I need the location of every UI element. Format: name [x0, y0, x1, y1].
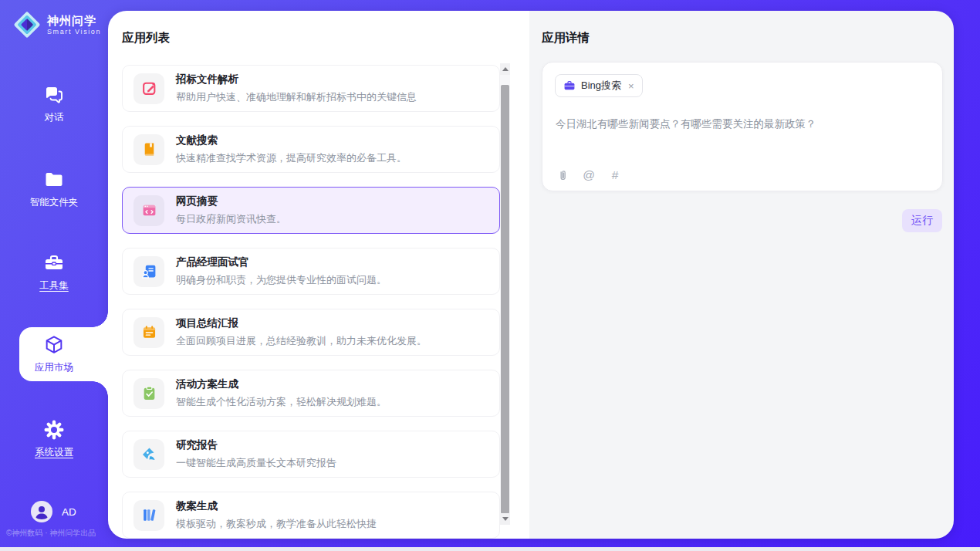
- arrow-up-icon: [502, 67, 509, 71]
- app-description: 快速精准查找学术资源，提高研究效率的必备工具。: [176, 151, 407, 165]
- window-bottom-edge: [0, 547, 980, 551]
- edit-document-icon: [133, 73, 164, 104]
- list-item[interactable]: 研究报告一键智能生成高质量长文本研究报告: [122, 431, 500, 478]
- close-icon[interactable]: ×: [628, 80, 634, 92]
- app-name: 研究报告: [176, 438, 336, 452]
- list-item-text: 研究报告一键智能生成高质量长文本研究报告: [176, 438, 336, 470]
- user-name: AD: [62, 506, 76, 518]
- app-list-title: 应用列表: [122, 30, 170, 46]
- app-name: 项目总结汇报: [176, 316, 427, 330]
- app-description: 模板驱动，教案秒成，教学准备从此轻松快捷: [176, 517, 377, 531]
- book-icon: [133, 134, 164, 165]
- sidebar-item-label: 智能文件夹: [30, 196, 79, 209]
- app-description: 智能生成个性化活动方案，轻松解决规划难题。: [176, 395, 387, 409]
- app-list: 招标文件解析帮助用户快速、准确地理解和解析招标书中的关键信息文献搜索快速精准查找…: [122, 65, 500, 539]
- sidebar-item-label: 工具集: [39, 279, 69, 292]
- sidebar-item-app-market[interactable]: 应用市场: [0, 321, 108, 387]
- list-item[interactable]: 招标文件解析帮助用户快速、准确地理解和解析招标书中的关键信息: [122, 65, 500, 112]
- app-name: 教案生成: [176, 499, 377, 513]
- query-input[interactable]: 今日湖北有哪些新闻要点？有哪些需要关注的最新政策？: [556, 117, 930, 132]
- list-item[interactable]: 产品经理面试官明确身份和职责，为您提供专业性的面试问题。: [122, 248, 500, 295]
- tool-tag-label: Bing搜索: [581, 79, 621, 93]
- calendar-icon: [133, 317, 164, 348]
- interview-icon: [133, 256, 164, 287]
- list-item[interactable]: 活动方案生成智能生成个性化活动方案，轻松解决规划难题。: [122, 370, 500, 417]
- arrow-down-icon: [502, 517, 509, 521]
- app-name: 招标文件解析: [176, 73, 417, 86]
- avatar: [31, 501, 52, 522]
- app-name: 网页摘要: [176, 194, 286, 208]
- app-description: 明确身份和职责，为您提供专业性的面试问题。: [176, 273, 387, 287]
- list-item[interactable]: 教案生成模板驱动，教案秒成，教学准备从此轻松快捷: [122, 492, 500, 539]
- list-item-text: 活动方案生成智能生成个性化活动方案，轻松解决规划难题。: [176, 377, 387, 409]
- list-item[interactable]: 项目总结汇报全面回顾项目进展，总结经验教训，助力未来优化发展。: [122, 309, 500, 356]
- cube-icon: [43, 334, 65, 356]
- browser-icon: [133, 195, 164, 226]
- list-item[interactable]: 文献搜索快速精准查找学术资源，提高研究效率的必备工具。: [122, 126, 500, 173]
- sidebar-item-chat[interactable]: 对话: [0, 71, 108, 137]
- sidebar-nav: 对话智能文件夹工具集应用市场系统设置: [0, 0, 108, 551]
- toolbox-icon: [43, 252, 65, 274]
- list-item-text: 项目总结汇报全面回顾项目进展，总结经验教训，助力未来优化发展。: [176, 316, 427, 348]
- sidebar-item-label: 对话: [45, 111, 64, 124]
- app-window: 神州问学 Smart Vision 对话智能文件夹工具集应用市场系统设置 AD …: [0, 0, 980, 551]
- sidebar: 神州问学 Smart Vision 对话智能文件夹工具集应用市场系统设置 AD …: [0, 0, 108, 551]
- composer-toolbar: @#: [556, 167, 622, 183]
- hash-icon[interactable]: #: [608, 167, 622, 183]
- user-account[interactable]: AD: [31, 501, 76, 522]
- app-detail-panel: 应用详情 Bing搜索 × 今日湖北有哪些新闻要点？有哪些需要关注的最新政策？ …: [529, 11, 954, 539]
- sidebar-item-label: 应用市场: [35, 361, 73, 374]
- app-description: 全面回顾项目进展，总结经验教训，助力未来优化发展。: [176, 334, 427, 348]
- scroll-down-button[interactable]: [500, 513, 510, 525]
- books-icon: [133, 500, 164, 531]
- list-item-text: 文献搜索快速精准查找学术资源，提高研究效率的必备工具。: [176, 134, 407, 165]
- app-list-panel: 应用列表 招标文件解析帮助用户快速、准确地理解和解析招标书中的关键信息文献搜索快…: [108, 11, 529, 539]
- list-item-text: 招标文件解析帮助用户快速、准确地理解和解析招标书中的关键信息: [176, 73, 417, 104]
- scrollbar-thumb[interactable]: [501, 85, 509, 514]
- app-name: 产品经理面试官: [176, 255, 387, 269]
- run-button[interactable]: 运行: [902, 209, 942, 232]
- gear-icon: [43, 419, 65, 441]
- app-detail-title: 应用详情: [542, 30, 590, 46]
- prompt-card: Bing搜索 × 今日湖北有哪些新闻要点？有哪些需要关注的最新政策？ @#: [542, 62, 943, 191]
- folder-icon: [43, 169, 65, 191]
- list-item-text: 教案生成模板驱动，教案秒成，教学准备从此轻松快捷: [176, 499, 377, 531]
- attachment-icon[interactable]: [556, 167, 569, 183]
- tool-tag-bing-search[interactable]: Bing搜索 ×: [555, 74, 643, 97]
- list-item-text: 产品经理面试官明确身份和职责，为您提供专业性的面试问题。: [176, 255, 387, 287]
- chat-icon: [43, 84, 65, 106]
- app-description: 帮助用户快速、准确地理解和解析招标书中的关键信息: [176, 90, 417, 104]
- sidebar-item-label: 系统设置: [35, 446, 73, 459]
- sidebar-item-toolkit[interactable]: 工具集: [0, 239, 108, 306]
- app-name: 文献搜索: [176, 134, 407, 147]
- scrollbar[interactable]: [500, 63, 510, 525]
- briefcase-icon: [563, 79, 576, 92]
- mention-icon[interactable]: @: [582, 167, 596, 183]
- copyright-footer: ©神州数码 · 神州问学出品: [6, 528, 110, 539]
- list-item-text: 网页摘要每日政府新闻资讯快查。: [176, 194, 286, 226]
- scroll-up-button[interactable]: [500, 63, 510, 75]
- report-icon: [133, 439, 164, 470]
- app-description: 每日政府新闻资讯快查。: [176, 212, 286, 226]
- app-description: 一键智能生成高质量长文本研究报告: [176, 456, 336, 470]
- sidebar-item-settings[interactable]: 系统设置: [0, 406, 108, 472]
- clipboard-icon: [133, 378, 164, 409]
- list-item[interactable]: 网页摘要每日政府新闻资讯快查。: [122, 187, 500, 234]
- sidebar-item-smart-folder[interactable]: 智能文件夹: [0, 156, 108, 222]
- content-card: 应用列表 招标文件解析帮助用户快速、准确地理解和解析招标书中的关键信息文献搜索快…: [108, 11, 954, 539]
- app-name: 活动方案生成: [176, 377, 387, 391]
